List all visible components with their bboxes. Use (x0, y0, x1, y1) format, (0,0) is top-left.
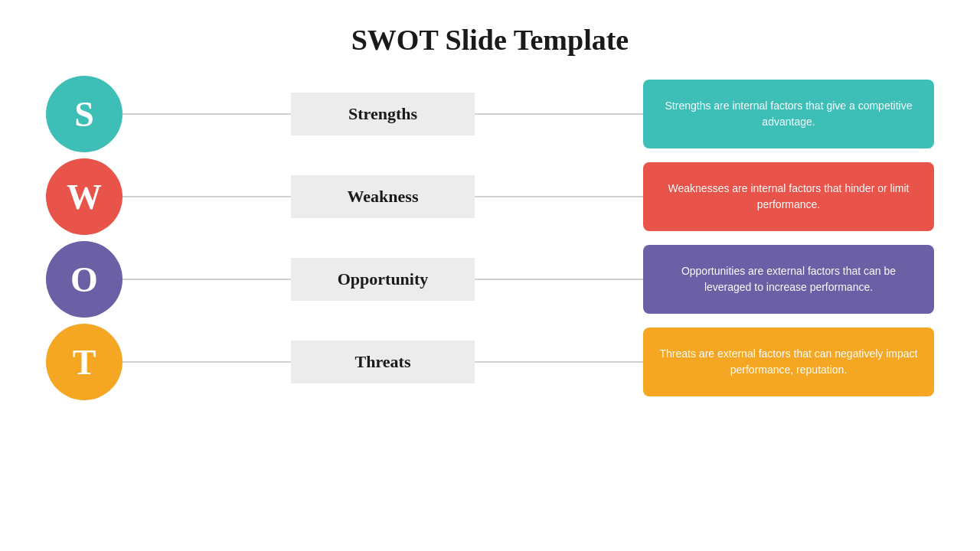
desc-box-opportunity: Opportunities are external factors that … (643, 245, 934, 314)
line-right-opportunity (475, 279, 643, 280)
label-text-strengths: Strengths (348, 104, 417, 124)
desc-box-threats: Threats are external factors that can ne… (643, 328, 934, 396)
swot-rows: S Strengths Strengths are internal facto… (46, 80, 934, 396)
swot-row-weakness: W Weakness Weaknesses are internal facto… (46, 162, 934, 231)
line-right-threats (475, 361, 643, 363)
label-text-weakness: Weakness (348, 187, 419, 207)
circle-weakness: W (46, 158, 122, 235)
label-box-strengths: Strengths (291, 93, 475, 135)
circle-letter-weakness: W (67, 177, 102, 217)
label-box-weakness: Weakness (291, 175, 475, 218)
line-left-threats (122, 361, 291, 363)
slide: SWOT Slide Template S Strengths Strength… (0, 0, 980, 551)
swot-row-strengths: S Strengths Strengths are internal facto… (46, 80, 934, 148)
label-box-threats: Threats (291, 341, 475, 383)
desc-box-weakness: Weaknesses are internal factors that hin… (643, 162, 934, 231)
line-left-strengths (122, 113, 291, 115)
desc-text-threats: Threats are external factors that can ne… (657, 346, 920, 378)
line-right-weakness (475, 196, 643, 197)
desc-text-strengths: Strengths are internal factors that give… (657, 98, 920, 130)
label-text-threats: Threats (355, 352, 411, 372)
circle-strengths: S (46, 76, 122, 152)
desc-text-weakness: Weaknesses are internal factors that hin… (657, 181, 920, 213)
circle-threats: T (46, 324, 122, 400)
label-text-opportunity: Opportunity (338, 269, 429, 289)
circle-letter-threats: T (73, 342, 96, 383)
page-title: SWOT Slide Template (351, 23, 629, 57)
line-right-strengths (475, 113, 643, 115)
desc-box-strengths: Strengths are internal factors that give… (643, 80, 934, 148)
circle-letter-strengths: S (74, 94, 94, 135)
desc-text-opportunity: Opportunities are external factors that … (657, 263, 920, 295)
swot-row-threats: T Threats Threats are external factors t… (46, 328, 934, 396)
line-left-opportunity (122, 279, 291, 280)
circle-opportunity: O (46, 241, 122, 318)
line-left-weakness (122, 196, 291, 197)
circle-letter-opportunity: O (70, 259, 98, 300)
swot-row-opportunity: O Opportunity Opportunities are external… (46, 245, 934, 314)
label-box-opportunity: Opportunity (291, 258, 475, 301)
